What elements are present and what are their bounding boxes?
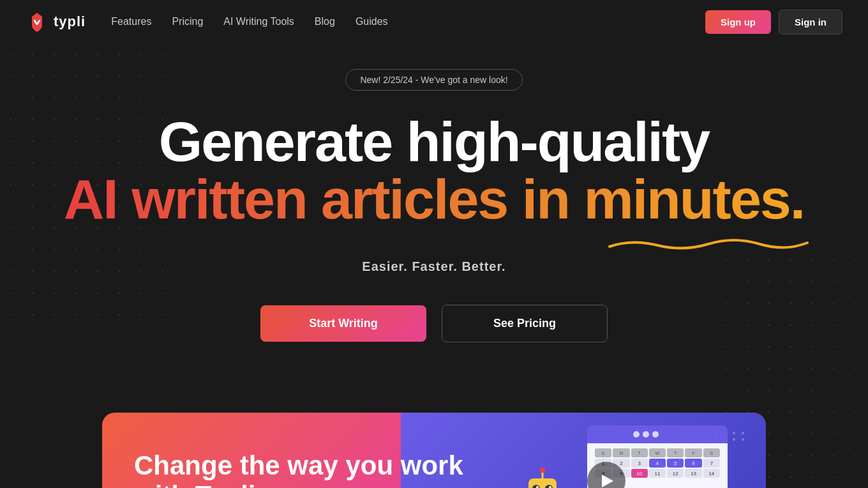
navbar: typli Features Pricing AI Writing Tools … — [0, 0, 868, 43]
nav-links: Features Pricing AI Writing Tools Blog G… — [111, 16, 387, 27]
svg-point-0 — [633, 431, 640, 438]
logo-icon — [26, 10, 49, 33]
bottom-card-text: Change the way you work with Typli. — [134, 451, 734, 488]
svg-point-2 — [652, 431, 659, 438]
signin-button[interactable]: Sign in — [779, 10, 842, 34]
nav-pricing[interactable]: Pricing — [172, 16, 203, 27]
hero-title-line2: AI written articles in minutes. — [64, 170, 805, 229]
see-pricing-button[interactable]: See Pricing — [442, 305, 608, 342]
hero-buttons: Start Writing See Pricing — [260, 305, 608, 342]
bottom-card-title: Change the way you work with Typli. — [134, 451, 734, 488]
calendar-header-dots — [632, 430, 683, 439]
nav-ai-tools[interactable]: AI Writing Tools — [223, 16, 294, 27]
announcement-badge[interactable]: New! 2/25/24 - We've got a new look! — [345, 69, 522, 91]
nav-left: typli Features Pricing AI Writing Tools … — [26, 10, 388, 33]
hero-section: New! 2/25/24 - We've got a new look! Gen… — [0, 43, 868, 381]
badge-text: New! 2/25/24 - We've got a new look! — [360, 75, 507, 85]
signup-button[interactable]: Sign up — [705, 10, 771, 34]
start-writing-button[interactable]: Start Writing — [260, 305, 426, 342]
calendar-header — [587, 425, 728, 443]
logo-text: typli — [54, 13, 86, 30]
hero-subtitle: Easier. Faster. Better. — [362, 259, 505, 274]
svg-point-1 — [643, 431, 649, 438]
nav-blog[interactable]: Blog — [315, 16, 335, 27]
bottom-card: Change the way you work with Typli. — [102, 413, 766, 488]
nav-right: Sign up Sign in — [705, 10, 842, 34]
nav-features[interactable]: Features — [111, 16, 151, 27]
logo-link[interactable]: typli — [26, 10, 86, 33]
underline-decoration — [606, 234, 811, 253]
hero-title-line1: Generate high-quality — [159, 114, 710, 170]
nav-guides[interactable]: Guides — [355, 16, 388, 27]
